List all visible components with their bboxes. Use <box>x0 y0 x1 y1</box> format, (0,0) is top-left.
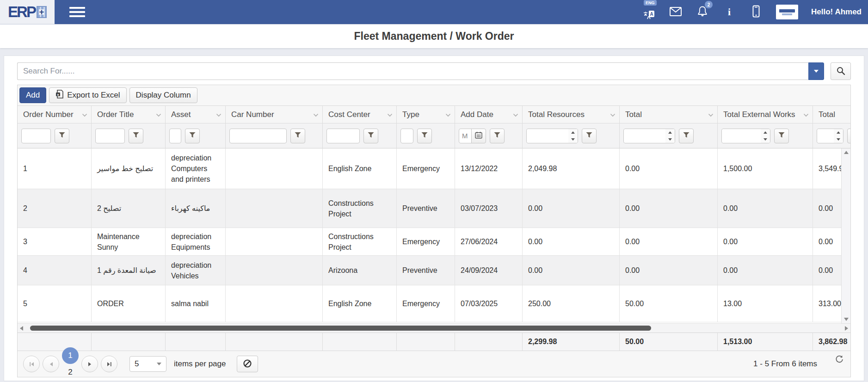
table-row[interactable]: 1تصليح خط مواسيرdepreciation Computers a… <box>18 148 841 189</box>
pager-last-button[interactable] <box>101 356 117 372</box>
column-header[interactable]: Total <box>620 106 718 123</box>
page-size-select[interactable]: 5 <box>129 356 166 372</box>
pager-page-1[interactable]: 1 <box>62 347 79 364</box>
filter-button[interactable] <box>55 129 69 143</box>
pager-prev-button[interactable] <box>43 356 59 372</box>
filter-input[interactable] <box>400 129 413 143</box>
refresh-button[interactable] <box>835 355 844 365</box>
chevron-down-icon[interactable] <box>313 110 319 119</box>
horizontal-scrollbar[interactable] <box>18 323 850 333</box>
increment-button[interactable] <box>665 129 675 136</box>
table-cell: 13/12/2022 <box>455 148 523 189</box>
filter-button[interactable] <box>290 129 305 143</box>
footer-cell: 2,299.98 <box>523 333 620 351</box>
scroll-left-icon[interactable] <box>20 326 23 331</box>
filter-button[interactable] <box>774 129 789 143</box>
add-button[interactable]: Add <box>19 87 46 103</box>
search-row <box>17 62 851 80</box>
pager-next-button[interactable] <box>81 356 98 372</box>
export-excel-button[interactable]: x Export to Excel <box>49 87 126 103</box>
column-header[interactable]: Order Number <box>18 106 92 123</box>
chevron-down-icon[interactable] <box>708 110 714 119</box>
chevron-down-icon[interactable] <box>445 110 451 119</box>
display-column-button[interactable]: Display Column <box>129 87 197 103</box>
chevron-down-icon[interactable] <box>610 110 616 119</box>
menu-toggle-button[interactable] <box>69 7 85 17</box>
decrement-button[interactable] <box>568 136 578 143</box>
info-button[interactable]: i <box>722 0 736 24</box>
column-header[interactable]: Cost Center <box>323 106 397 123</box>
filter-button[interactable] <box>679 129 694 143</box>
filter-button[interactable] <box>582 129 597 143</box>
filter-button[interactable] <box>417 129 432 143</box>
filter-cell <box>523 123 620 148</box>
increment-button[interactable] <box>761 129 770 136</box>
pager-page-2[interactable]: 2 <box>62 364 79 381</box>
table-row[interactable]: 3Maintenance Sunnydepreciation Equipment… <box>18 228 841 256</box>
filter-input[interactable] <box>21 129 51 143</box>
mobile-button[interactable] <box>749 0 763 24</box>
horizontal-scroll-thumb[interactable] <box>30 326 651 331</box>
numeric-filter-input[interactable] <box>624 129 665 143</box>
scroll-down-icon[interactable] <box>844 318 849 321</box>
search-dropdown-button[interactable] <box>808 62 824 80</box>
table-cell: ORDER <box>92 285 166 322</box>
clear-filters-button[interactable] <box>237 356 258 372</box>
column-header[interactable]: Car Number <box>226 106 323 123</box>
filter-button[interactable] <box>490 129 505 143</box>
horizontal-scroll-track[interactable] <box>25 325 843 331</box>
column-header-label: Total External Works <box>723 110 795 119</box>
table-row[interactable]: 2تصليح 2ماكينه كهرباءConstructions Proje… <box>18 189 841 228</box>
filter-input[interactable] <box>95 129 125 143</box>
column-header[interactable]: Type <box>397 106 455 123</box>
scroll-right-icon[interactable] <box>845 326 848 331</box>
decrement-button[interactable] <box>665 136 675 143</box>
date-filter-input[interactable] <box>459 129 472 143</box>
column-header[interactable]: Total Resources <box>523 106 620 123</box>
table-cell: 4 <box>18 256 92 285</box>
column-header[interactable]: Asset <box>166 106 226 123</box>
filter-input[interactable] <box>169 129 181 143</box>
scroll-up-icon[interactable] <box>844 151 849 154</box>
filter-input[interactable] <box>229 129 287 143</box>
filter-button[interactable] <box>847 129 850 143</box>
table-cell: salma nabil <box>166 285 226 322</box>
decrement-button[interactable] <box>761 136 770 143</box>
table-cell: 50.00 <box>620 285 718 322</box>
chevron-down-icon[interactable] <box>82 110 87 119</box>
column-header[interactable]: Total <box>813 106 850 123</box>
mail-button[interactable] <box>669 0 683 24</box>
chevron-down-icon[interactable] <box>387 110 393 119</box>
filter-cell <box>92 123 166 148</box>
numeric-filter-input[interactable] <box>817 129 834 143</box>
chevron-down-icon[interactable] <box>216 110 222 119</box>
column-header[interactable]: Add Date <box>455 106 523 123</box>
notifications-button[interactable]: 2 <box>696 0 709 24</box>
pager-first-button[interactable] <box>23 356 40 372</box>
search-input[interactable] <box>17 62 808 80</box>
increment-button[interactable] <box>568 129 578 136</box>
footer-cell <box>166 333 226 351</box>
chevron-down-icon[interactable] <box>513 110 518 119</box>
filter-button[interactable] <box>129 129 143 143</box>
filter-input[interactable] <box>326 129 360 143</box>
numeric-filter-input[interactable] <box>527 129 568 143</box>
table-row[interactable]: 5ORDERsalma nabilEnglish ZoneEmergency07… <box>18 285 841 322</box>
chevron-down-icon[interactable] <box>156 110 161 119</box>
numeric-filter-input[interactable] <box>722 129 761 143</box>
filter-button[interactable] <box>185 129 200 143</box>
chevron-down-icon[interactable] <box>803 110 809 119</box>
calendar-button[interactable] <box>471 129 486 143</box>
table-row[interactable]: 4صيانة المعدة رقم 1depreciation Vehicles… <box>18 256 841 285</box>
search-button[interactable] <box>831 62 851 80</box>
vertical-scrollbar[interactable] <box>841 148 850 323</box>
filter-button[interactable] <box>363 129 378 143</box>
increment-button[interactable] <box>834 129 843 136</box>
user-avatar[interactable] <box>776 5 798 19</box>
table-cell: 0.00 <box>620 256 718 285</box>
decrement-button[interactable] <box>834 136 843 143</box>
language-button[interactable]: ENG A <box>642 0 656 24</box>
column-header[interactable]: Order Title <box>92 106 166 123</box>
app-logo[interactable]: ERP <box>0 0 55 24</box>
column-header[interactable]: Total External Works <box>718 106 813 123</box>
